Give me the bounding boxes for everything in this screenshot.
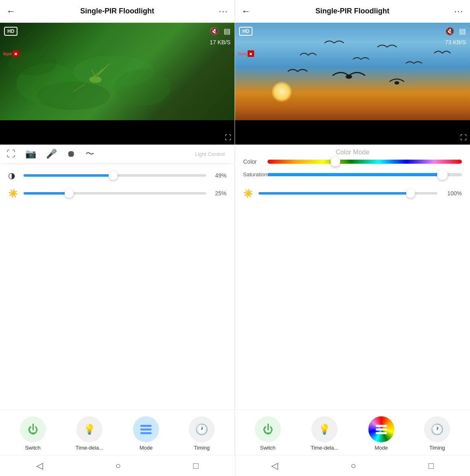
left-toolbar: ⛶ 📷 🎤 ⏺ 〜 Light Control	[0, 145, 235, 164]
svg-point-11	[346, 75, 352, 79]
left-fullscreen-icon[interactable]: ⛶	[225, 134, 231, 141]
right-brightness-value: 100%	[442, 190, 462, 197]
left-toolbar-camera[interactable]: 📷	[25, 149, 36, 159]
right-more-button[interactable]: ···	[454, 6, 463, 16]
left-slider-brightness: ☀️ 25%	[8, 188, 226, 198]
right-mode-label: Mode	[375, 445, 388, 451]
right-video-area: HD 🔇 ▤ 73 KB/S tuya ▣ ⛶	[235, 23, 470, 145]
left-mode-button[interactable]: Mode	[133, 416, 159, 451]
left-sliders: ◑ 49% ☀️ 25%	[0, 164, 235, 409]
right-timing-button[interactable]: 🕐 Timing	[424, 416, 450, 451]
left-toolbar-wavy[interactable]: 〜	[85, 148, 94, 160]
svg-point-12	[394, 81, 399, 84]
right-saturation-label: Saturation	[243, 171, 263, 178]
right-panel: ← Single-PIR Floodlight ···	[235, 0, 470, 455]
left-title: Single-PIR Floodlight	[80, 7, 154, 15]
right-layout-icon[interactable]: ▤	[459, 27, 466, 36]
right-video-controls: 🔇 ▤	[445, 27, 466, 36]
right-timing-label: Timing	[429, 445, 445, 451]
left-slider-2-value: 25%	[210, 190, 226, 197]
left-panel: ← Single-PIR Floodlight ···	[0, 0, 235, 455]
right-color-mode-label: Color Mode	[235, 145, 470, 158]
left-bottom-buttons: ⏻ Switch 💡 Time-dela... Mode	[0, 409, 235, 455]
left-timedelay-label: Time-dela...	[76, 445, 103, 451]
right-back-button[interactable]: ←	[242, 6, 250, 17]
left-video-controls: 🔇 ▤	[210, 27, 231, 36]
left-back-button[interactable]: ←	[7, 6, 15, 17]
right-switch-button[interactable]: ⏻ Switch	[255, 416, 281, 451]
left-slider-2-track[interactable]	[24, 192, 206, 195]
svg-point-8	[89, 76, 102, 83]
svg-point-2	[37, 82, 110, 110]
left-toolbar-mic[interactable]: 🎤	[46, 149, 57, 159]
right-saturation-row: Saturation	[235, 171, 470, 178]
left-timing-button[interactable]: 🕐 Timing	[189, 416, 215, 451]
right-tuya-badge: tuya ▣	[238, 50, 254, 57]
brightness-icon: ☀️	[8, 188, 20, 198]
right-color-slider-row: Color	[235, 158, 470, 165]
left-slider-1-value: 49%	[210, 172, 226, 179]
left-video-area: HD 🔇 ▤ 17 KB/S tuya ▣ ⛶	[0, 23, 235, 145]
left-tuya-badge: tuya ▣	[3, 50, 19, 57]
right-color-label: Color	[243, 158, 263, 165]
right-color-track[interactable]	[268, 160, 462, 164]
right-nav-back[interactable]: ◁	[271, 461, 278, 471]
right-fullscreen-icon[interactable]: ⛶	[460, 134, 467, 141]
svg-point-3	[114, 69, 171, 106]
left-mode-label: Mode	[139, 445, 153, 451]
right-timedelay-button[interactable]: 💡 Time-dela...	[311, 416, 338, 451]
right-nav-home[interactable]: ○	[350, 461, 356, 471]
left-switch-label: Switch	[25, 445, 40, 451]
right-hd-badge: HD	[239, 27, 252, 36]
left-timedelay-button[interactable]: 💡 Time-dela...	[76, 416, 103, 451]
left-timing-label: Timing	[194, 445, 210, 451]
left-header: ← Single-PIR Floodlight ···	[0, 0, 235, 23]
left-kbps: 17 KB/S	[210, 39, 231, 45]
right-brightness-track[interactable]	[259, 192, 437, 195]
right-nav-square[interactable]: □	[429, 461, 434, 471]
right-title: Single-PIR Floodlight	[316, 7, 389, 15]
right-nav: ◁ ○ □	[235, 455, 470, 476]
left-nav: ◁ ○ □	[0, 455, 235, 476]
right-kbps: 73 KB/S	[445, 39, 466, 45]
left-slider-contrast: ◑ 49%	[8, 171, 226, 180]
left-nav-home[interactable]: ○	[115, 461, 121, 471]
left-toolbar-fullscreen[interactable]: ⛶	[7, 149, 15, 159]
left-hd-badge: HD	[4, 27, 17, 36]
right-bottom-buttons: ⏻ Switch 💡 Time-dela...	[235, 409, 470, 455]
left-slider-1-track[interactable]	[24, 174, 206, 177]
right-header: ← Single-PIR Floodlight ···	[235, 0, 470, 23]
contrast-icon: ◑	[8, 171, 20, 180]
left-light-control-label: Light Control	[195, 151, 228, 157]
right-brightness-row: ☀️ 100%	[235, 184, 470, 198]
right-mute-icon[interactable]: 🔇	[445, 27, 454, 36]
right-mode-button[interactable]: Mode	[368, 416, 394, 451]
left-nav-back[interactable]: ◁	[36, 461, 43, 471]
left-nav-square[interactable]: □	[193, 461, 198, 471]
right-saturation-track[interactable]	[268, 173, 462, 176]
left-toolbar-record[interactable]: ⏺	[67, 149, 76, 159]
right-switch-label: Switch	[260, 445, 276, 451]
right-brightness-icon: ☀️	[243, 188, 255, 198]
left-switch-button[interactable]: ⏻ Switch	[20, 416, 46, 451]
nav-bar: ◁ ○ □ ◁ ○ □	[0, 455, 470, 476]
left-mute-icon[interactable]: 🔇	[210, 27, 219, 36]
right-timedelay-label: Time-dela...	[311, 445, 338, 451]
left-more-button[interactable]: ···	[219, 6, 228, 16]
left-layout-icon[interactable]: ▤	[224, 27, 231, 36]
